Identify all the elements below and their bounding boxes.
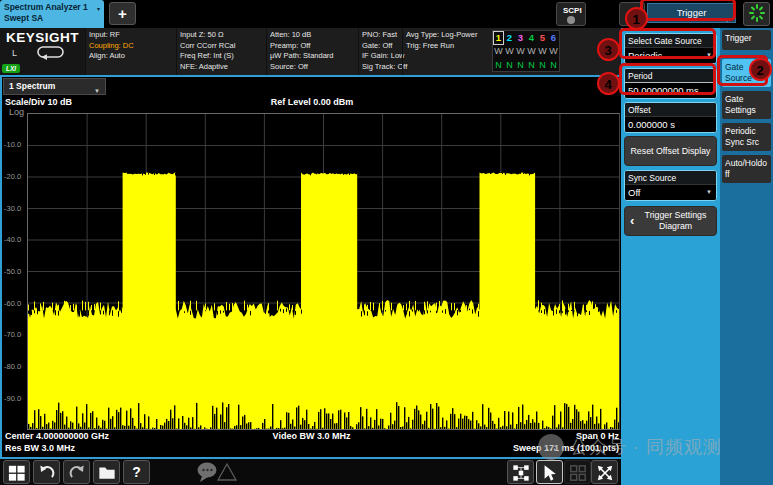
- message-bubble-button[interactable]: [196, 460, 240, 484]
- tab-trigger[interactable]: Trigger: [722, 30, 771, 50]
- trace-indicator[interactable]: W: [493, 45, 504, 59]
- chevron-down-icon: ▼: [706, 52, 712, 58]
- trace-indicator[interactable]: 4: [526, 31, 537, 45]
- spectrum-trace: [28, 114, 619, 429]
- gear-icon: ⚙: [626, 7, 638, 22]
- pointer-icon: [541, 464, 559, 482]
- undo-button[interactable]: [33, 460, 60, 484]
- trace-indicator[interactable]: W: [537, 45, 548, 59]
- undo-icon: [38, 464, 56, 482]
- trigger-settings-diagram-button[interactable]: ‹ Trigger Settings Diagram: [624, 206, 717, 236]
- y-tick-label: -10.0: [4, 140, 21, 149]
- y-tick-label: -50.0: [4, 267, 21, 276]
- task-bar: ?: [0, 459, 621, 485]
- window-layout-button[interactable]: [564, 460, 591, 484]
- top-bar: Spectrum Analyzer 1 Swept SA ▾ + SCPI ⚙ …: [0, 0, 773, 28]
- trigger-menu-dropdown[interactable]: Trigger ▼: [647, 3, 736, 23]
- triangle-marker-icon: [218, 464, 236, 480]
- span-label: Span 0 Hz: [576, 431, 619, 441]
- brand-block: KEYSIGHT L LXI: [0, 28, 85, 75]
- trigger-menu-panel: Select Gate Source Periodic ▼ Period 50.…: [621, 28, 720, 485]
- select-gate-source-label: Select Gate Source: [625, 34, 716, 47]
- starburst-icon: [746, 3, 768, 23]
- grid-icon: [569, 464, 587, 482]
- status-col: PNO: FastGate: OffIF Gain: LowSig Track:…: [358, 28, 402, 75]
- tab-periodic-sync-src[interactable]: Periodic Sync Src: [722, 123, 771, 151]
- status-col: Input: RFCoupling: DCAlign: Auto: [85, 28, 176, 75]
- sync-source-label: Sync Source: [625, 171, 716, 184]
- offset-group: Offset 0.000000 s: [624, 102, 717, 133]
- y-tick-label: -70.0: [4, 330, 21, 339]
- nodes-icon: [512, 464, 530, 482]
- back-chevron-icon: ‹: [630, 215, 634, 227]
- continuous-sweep-icon: [36, 45, 66, 64]
- y-tick-label: -40.0: [4, 235, 21, 244]
- instrument-screen: Spectrum Analyzer 1 Swept SA ▾ + SCPI ⚙ …: [0, 0, 773, 485]
- sync-source-dropdown[interactable]: Off ▼: [625, 184, 716, 200]
- trace-indicator[interactable]: W: [548, 45, 559, 59]
- trace-indicator[interactable]: N: [548, 59, 559, 73]
- offset-value-field[interactable]: 0.000000 s: [625, 116, 716, 132]
- file-explorer-button[interactable]: [93, 460, 120, 484]
- reset-offset-display-button[interactable]: Reset Offset Display: [624, 136, 717, 166]
- windows-start-button[interactable]: [3, 460, 30, 484]
- settings-gear-button[interactable]: ⚙: [619, 2, 645, 26]
- period-group: Period 50.00000000 ms: [624, 68, 717, 99]
- trace-grid[interactable]: 123456WWWWWWNNNNNN: [492, 30, 560, 72]
- offset-label: Offset: [625, 103, 716, 116]
- trace-indicator[interactable]: W: [504, 45, 515, 59]
- app-tab-title: Spectrum Analyzer 1: [4, 2, 100, 13]
- trace-indicator[interactable]: 1: [493, 31, 504, 45]
- status-col: Atten: 10 dBPreamp: OffµW Path: Standard…: [266, 28, 358, 75]
- ref-level-label: Ref Level 0.00 dBm: [162, 97, 462, 107]
- help-button[interactable]: ?: [123, 460, 150, 484]
- trace-indicator[interactable]: 6: [548, 31, 559, 45]
- trace-indicator[interactable]: 3: [515, 31, 526, 45]
- trace-indicator[interactable]: 5: [537, 31, 548, 45]
- trace-indicator[interactable]: N: [493, 59, 504, 73]
- y-tick-label: -60.0: [4, 299, 21, 308]
- trace-select-dropdown[interactable]: 1 Spectrum ▼: [3, 78, 106, 95]
- gate-source-group: Select Gate Source Periodic ▼: [624, 33, 717, 64]
- period-label: Period: [625, 69, 716, 82]
- y-tick-label: -80.0: [4, 362, 21, 371]
- trace-indicator[interactable]: N: [515, 59, 526, 73]
- tab-gate-settings[interactable]: Gate Settings: [722, 91, 771, 119]
- trace-indicator[interactable]: N: [526, 59, 537, 73]
- status-col: Avg Type: Log-PowerTrig: Free Run: [402, 28, 494, 75]
- chevron-down-icon: ▾: [97, 4, 100, 15]
- tab-gate-source[interactable]: Gate Source: [722, 59, 771, 87]
- tab-auto-holdoff[interactable]: Auto/Holdoff: [722, 155, 771, 183]
- chevron-down-icon: ▼: [706, 189, 712, 195]
- video-bw-label: Video BW 3.0 MHz: [2, 431, 621, 441]
- brand-logo: KEYSIGHT: [0, 28, 85, 45]
- spectrum-display: 1 Spectrum ▼ Scale/Div 10 dB Ref Level 0…: [0, 75, 621, 459]
- chevron-down-icon: ▼: [94, 84, 100, 99]
- trace-indicator[interactable]: W: [526, 45, 537, 59]
- trace-indicator[interactable]: 2: [504, 31, 515, 45]
- app-mode-tab[interactable]: Spectrum Analyzer 1 Swept SA ▾: [0, 0, 104, 28]
- y-tick-label: -90.0: [4, 394, 21, 403]
- fullscreen-button[interactable]: [591, 460, 618, 484]
- annotation-row-2: Res BW 3.0 MHz Sweep 171 ms (1001 pts): [2, 443, 621, 455]
- redo-button[interactable]: [63, 460, 90, 484]
- windows-icon: [8, 464, 26, 482]
- sync-source-group: Sync Source Off ▼: [624, 170, 717, 201]
- screen-refresh-button[interactable]: [743, 2, 770, 26]
- touch-select-button[interactable]: [536, 460, 563, 484]
- y-tick-label: -30.0: [4, 204, 21, 213]
- status-col: Input Z: 50 ΩCorr CCorr RCalFreq Ref: In…: [176, 28, 266, 75]
- redo-icon: [68, 464, 86, 482]
- block-diagram-button[interactable]: [507, 460, 534, 484]
- trace-indicator[interactable]: N: [537, 59, 548, 73]
- trace-indicator[interactable]: N: [504, 59, 515, 73]
- annotation-row-1: Center 4.000000000 GHz Video BW 3.0 MHz …: [2, 431, 621, 443]
- scpi-button[interactable]: SCPI: [556, 2, 586, 26]
- lxi-badge: LXI: [2, 64, 20, 73]
- add-tab-button[interactable]: +: [109, 2, 136, 25]
- trace-indicator[interactable]: W: [515, 45, 526, 59]
- period-value-field[interactable]: 50.00000000 ms: [625, 82, 716, 98]
- y-axis-labels: -10.0-20.0-30.0-40.0-50.0-60.0-70.0-80.0…: [2, 113, 26, 430]
- gate-source-dropdown[interactable]: Periodic ▼: [625, 47, 716, 63]
- menu-tab-column: Trigger Gate Source Gate Settings Period…: [720, 28, 773, 485]
